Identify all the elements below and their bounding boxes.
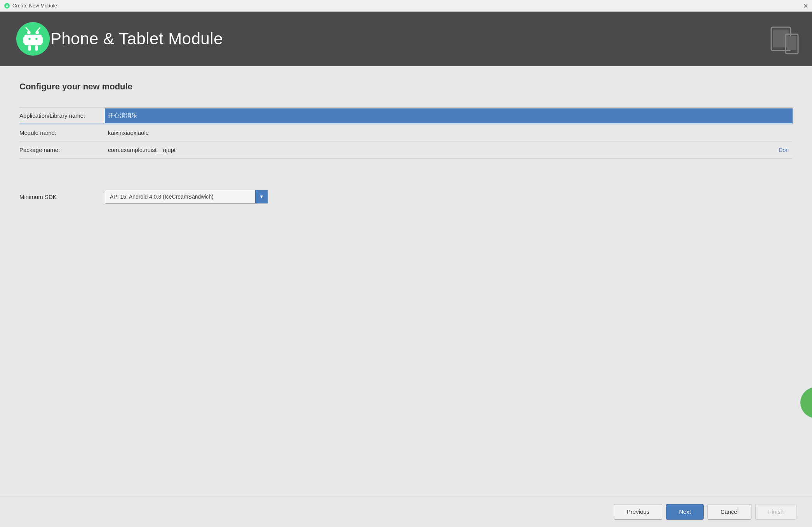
device-icons: [769, 23, 800, 54]
module-name-input[interactable]: [105, 126, 793, 140]
sdk-dropdown[interactable]: API 15: Android 4.0.3 (IceCreamSandwich): [105, 190, 268, 204]
finish-button[interactable]: Finish: [755, 504, 796, 520]
package-name-input[interactable]: [105, 143, 793, 157]
previous-button[interactable]: Previous: [614, 504, 662, 520]
svg-point-13: [35, 38, 37, 40]
app-name-row: Application/Library name:: [19, 107, 793, 124]
next-button[interactable]: Next: [666, 504, 704, 520]
header-banner: Phone & Tablet Module: [0, 12, 812, 66]
svg-rect-3: [24, 35, 42, 45]
package-name-row: Package name: Don: [19, 141, 793, 159]
sdk-dropdown-arrow[interactable]: [255, 190, 268, 203]
title-bar: A Create New Module ✕: [0, 0, 812, 12]
svg-rect-7: [40, 37, 43, 44]
svg-point-5: [35, 31, 39, 34]
svg-rect-17: [787, 36, 796, 50]
sdk-label: Minimum SDK: [19, 194, 105, 200]
svg-text:A: A: [6, 4, 9, 8]
svg-point-12: [28, 38, 30, 40]
bottom-bar: Previous Next Cancel Finish: [0, 496, 812, 527]
svg-rect-6: [23, 37, 26, 44]
phone-tablet-icon: [769, 23, 800, 54]
green-circle-decoration: [800, 387, 812, 418]
android-logo: [16, 21, 50, 56]
window: A Create New Module ✕: [0, 0, 812, 527]
sdk-dropdown-text: API 15: Android 4.0.3 (IceCreamSandwich): [105, 194, 255, 200]
cancel-button[interactable]: Cancel: [708, 504, 751, 520]
close-button[interactable]: ✕: [803, 2, 808, 9]
done-link[interactable]: Don: [779, 147, 793, 153]
svg-point-4: [27, 31, 31, 34]
app-name-input[interactable]: [105, 108, 793, 123]
svg-rect-15: [773, 30, 789, 47]
title-bar-text: Create New Module: [12, 3, 57, 9]
svg-rect-8: [28, 45, 31, 51]
module-name-label: Module name:: [19, 126, 105, 139]
content-area: Configure your new module Application/Li…: [0, 66, 812, 496]
module-name-row: Module name:: [19, 124, 793, 141]
form-container: Application/Library name: Module name: P…: [19, 107, 793, 159]
svg-rect-9: [35, 45, 38, 51]
sdk-section: Minimum SDK API 15: Android 4.0.3 (IceCr…: [19, 190, 793, 204]
android-title-icon: A: [4, 3, 10, 9]
header-title: Phone & Tablet Module: [50, 30, 223, 48]
title-bar-content: A Create New Module: [4, 3, 57, 9]
package-name-label: Package name:: [19, 143, 105, 156]
app-name-label: Application/Library name:: [19, 109, 105, 122]
section-title: Configure your new module: [19, 82, 793, 92]
